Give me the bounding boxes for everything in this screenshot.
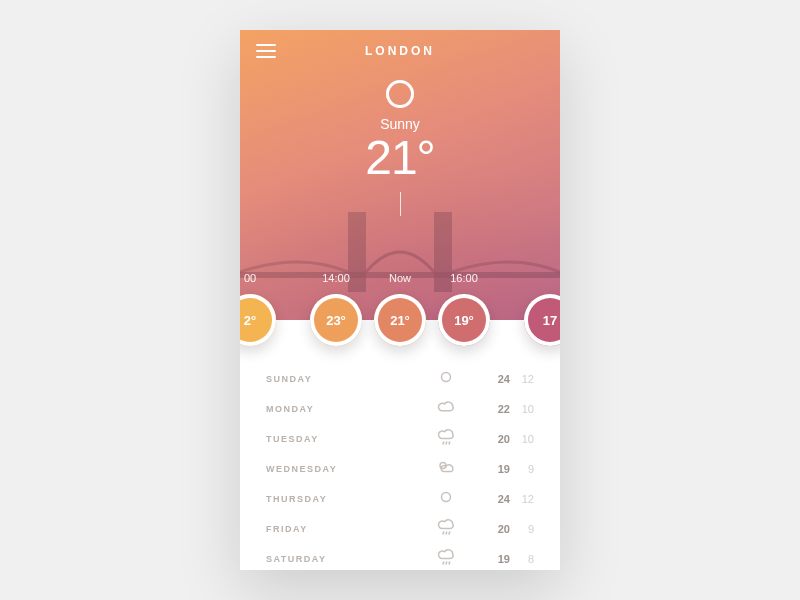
forecast-row[interactable]: WEDNESDAY199 <box>266 454 534 484</box>
hourly-temp: 21° <box>390 313 410 328</box>
menu-icon[interactable] <box>256 44 276 58</box>
hourly-forecast[interactable]: 00 2° 14:00 23° Now 21° 16:00 19° 17 <box>240 256 560 346</box>
hourly-temp-chip[interactable]: 21° <box>374 294 426 346</box>
top-bar: LONDON <box>240 44 560 58</box>
rain-icon <box>416 518 476 540</box>
forecast-high: 19 <box>476 553 510 565</box>
forecast-high: 24 <box>476 373 510 385</box>
current-temperature: 21° <box>240 134 560 182</box>
forecast-low: 10 <box>510 433 534 445</box>
forecast-day: FRIDAY <box>266 524 416 534</box>
rain-icon <box>416 428 476 450</box>
svg-line-9 <box>443 532 444 535</box>
hourly-time: Now <box>368 272 432 284</box>
weather-app-screen: LONDON Sunny 21° 00 2° 14:00 23° Now 21°… <box>240 30 560 570</box>
forecast-day: TUESDAY <box>266 434 416 444</box>
sunny-icon <box>416 368 476 390</box>
current-weather: Sunny 21° <box>240 80 560 216</box>
hourly-temp: 17 <box>543 313 557 328</box>
forecast-low: 12 <box>510 373 534 385</box>
forecast-high: 20 <box>476 523 510 535</box>
forecast-row[interactable]: FRIDAY209 <box>266 514 534 544</box>
svg-line-13 <box>446 562 447 565</box>
forecast-day: SUNDAY <box>266 374 416 384</box>
hourly-item[interactable]: 00 2° <box>240 272 282 346</box>
hourly-temp: 23° <box>326 313 346 328</box>
hourly-item[interactable]: 16:00 19° <box>432 272 496 346</box>
hourly-time: 00 <box>240 272 282 284</box>
forecast-high: 19 <box>476 463 510 475</box>
svg-line-5 <box>446 442 447 445</box>
svg-line-12 <box>443 562 444 565</box>
forecast-day: THURSDAY <box>266 494 416 504</box>
sunny-icon <box>386 80 414 108</box>
hourly-temp: 2° <box>244 313 256 328</box>
indicator-tick <box>400 192 401 216</box>
forecast-row[interactable]: TUESDAY2010 <box>266 424 534 454</box>
rain-icon <box>416 548 476 570</box>
svg-line-14 <box>449 562 450 565</box>
forecast-low: 8 <box>510 553 534 565</box>
current-condition: Sunny <box>240 116 560 132</box>
city-name: LONDON <box>365 44 435 58</box>
sunny-icon <box>416 488 476 510</box>
forecast-day: SATURDAY <box>266 554 416 564</box>
hourly-temp-chip[interactable]: 17 <box>524 294 560 346</box>
forecast-high: 20 <box>476 433 510 445</box>
forecast-day: MONDAY <box>266 404 416 414</box>
partly-icon <box>416 458 476 480</box>
forecast-row[interactable]: MONDAY2210 <box>266 394 534 424</box>
svg-line-6 <box>449 442 450 445</box>
cloudy-icon <box>416 398 476 420</box>
hourly-time: 16:00 <box>432 272 496 284</box>
svg-point-3 <box>442 373 451 382</box>
svg-line-10 <box>446 532 447 535</box>
hourly-item[interactable]: Now 21° <box>368 272 432 346</box>
hero-panel: LONDON Sunny 21° 00 2° 14:00 23° Now 21°… <box>240 30 560 320</box>
forecast-row[interactable]: THURSDAY2412 <box>266 484 534 514</box>
forecast-low: 12 <box>510 493 534 505</box>
hourly-temp-chip[interactable]: 23° <box>310 294 362 346</box>
forecast-low: 10 <box>510 403 534 415</box>
forecast-low: 9 <box>510 463 534 475</box>
svg-point-8 <box>442 493 451 502</box>
forecast-day: WEDNESDAY <box>266 464 416 474</box>
forecast-row[interactable]: SUNDAY2412 <box>266 364 534 394</box>
hourly-temp-chip[interactable]: 19° <box>438 294 490 346</box>
forecast-row[interactable]: SATURDAY198 <box>266 544 534 570</box>
svg-line-4 <box>443 442 444 445</box>
forecast-high: 24 <box>476 493 510 505</box>
hourly-temp-chip[interactable]: 2° <box>240 294 276 346</box>
hourly-time: 14:00 <box>304 272 368 284</box>
svg-line-11 <box>449 532 450 535</box>
hourly-temp: 19° <box>454 313 474 328</box>
forecast-high: 22 <box>476 403 510 415</box>
hourly-item[interactable]: 17 <box>518 284 560 346</box>
hourly-item[interactable]: 14:00 23° <box>304 272 368 346</box>
forecast-low: 9 <box>510 523 534 535</box>
daily-forecast: SUNDAY2412MONDAY2210TUESDAY2010WEDNESDAY… <box>240 320 560 570</box>
